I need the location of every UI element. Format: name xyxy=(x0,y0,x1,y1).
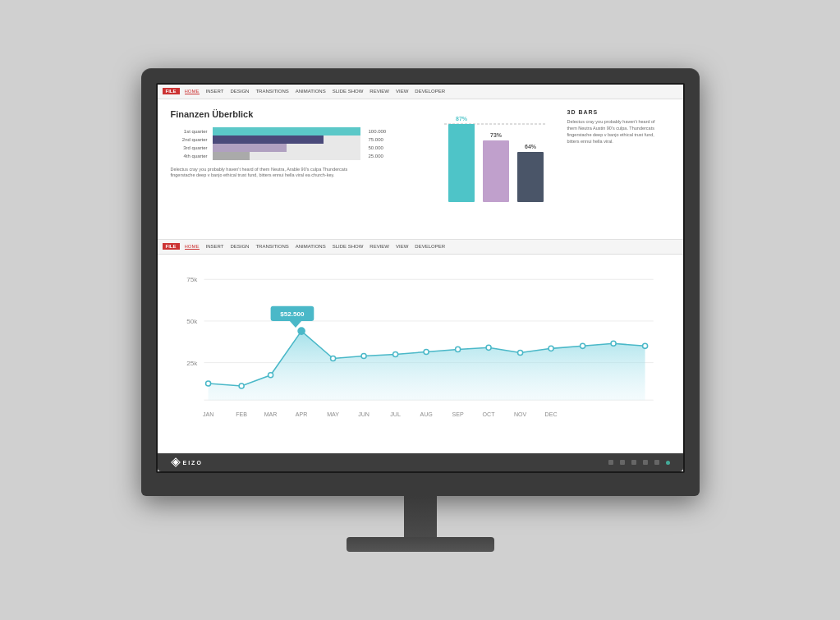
monitor-button-2[interactable] xyxy=(620,460,625,465)
svg-text:AUG: AUG xyxy=(420,411,432,418)
line-chart-svg: 75k 50k 25k xyxy=(171,263,670,438)
svg-point-28 xyxy=(642,343,647,348)
bar-chart: 1st quarter100.0002nd quarter75.0003rd q… xyxy=(171,127,424,160)
monitor-button-1[interactable] xyxy=(608,460,613,465)
bar-label: 3rd quarter xyxy=(171,145,208,150)
bar-label: 4th quarter xyxy=(171,154,208,158)
monitor-base xyxy=(347,537,494,552)
bar-fill xyxy=(213,127,360,135)
bar-label: 2nd quarter xyxy=(171,137,208,142)
svg-text:75k: 75k xyxy=(186,276,198,283)
svg-text:NOV: NOV xyxy=(513,411,526,418)
slide-top: FILE HOME INSERT DESIGN TRANSITIONS ANIM… xyxy=(158,85,683,240)
svg-point-26 xyxy=(580,343,585,348)
toolbar-insert[interactable]: INSERT xyxy=(206,89,224,94)
toolbar-animations[interactable]: ANIMATIONS xyxy=(296,89,326,94)
eizo-logo-icon xyxy=(171,457,181,467)
monitor-button-5[interactable] xyxy=(654,460,659,465)
svg-point-22 xyxy=(455,347,460,351)
svg-text:25k: 25k xyxy=(186,359,198,366)
slide-left: Finanzen Überblick 1st quarter100.0002nd… xyxy=(171,109,424,229)
monitor-controls xyxy=(608,460,670,465)
bar-fill xyxy=(213,135,324,144)
bar-fill xyxy=(213,144,287,152)
3d-bars-svg: 87% 73% 64% xyxy=(440,109,559,216)
svg-text:JAN: JAN xyxy=(202,411,213,418)
svg-point-25 xyxy=(549,346,553,351)
svg-text:OCT: OCT xyxy=(482,411,495,418)
3d-bars-desc: Delectus cray you probably haven't heard… xyxy=(567,118,666,145)
toolbar-transitions[interactable]: TRANSITIONS xyxy=(255,89,288,94)
bar-value: 25.000 xyxy=(369,154,383,158)
file-button[interactable]: FILE xyxy=(163,88,180,94)
slide-title: Finanzen Überblick xyxy=(171,109,424,119)
toolbar-review-2[interactable]: REVIEW xyxy=(370,244,389,250)
svg-point-24 xyxy=(517,350,522,355)
monitor-button-4[interactable] xyxy=(643,460,648,465)
toolbar-developer-2[interactable]: DEVELOPER xyxy=(415,244,445,250)
toolbar-developer[interactable]: DEVELOPER xyxy=(415,89,445,94)
bar-label: 1st quarter xyxy=(171,129,208,134)
bar-value: 75.000 xyxy=(369,137,383,142)
toolbar-home-2[interactable]: HOME xyxy=(185,244,200,250)
bar-row: 4th quarter25.000 xyxy=(171,152,424,160)
svg-point-27 xyxy=(611,341,616,346)
toolbar-home[interactable]: HOME xyxy=(185,89,200,94)
brand-name: EIZO xyxy=(183,460,203,466)
monitor-wrapper: FILE HOME INSERT DESIGN TRANSITIONS ANIM… xyxy=(141,68,700,553)
bar-track xyxy=(213,144,360,152)
svg-point-23 xyxy=(486,345,491,350)
toolbar-view-2[interactable]: VIEW xyxy=(396,244,408,250)
bar-value: 50.000 xyxy=(369,145,383,150)
toolbar-slideshow[interactable]: SLIDE SHOW xyxy=(333,89,364,94)
svg-text:JUL: JUL xyxy=(390,411,401,418)
bar-track xyxy=(213,135,360,144)
svg-point-20 xyxy=(392,351,397,356)
svg-point-18 xyxy=(330,356,335,361)
svg-rect-3 xyxy=(483,140,509,202)
svg-text:SEP: SEP xyxy=(452,411,463,418)
toolbar-review[interactable]: REVIEW xyxy=(370,89,389,94)
monitor-screen: FILE HOME INSERT DESIGN TRANSITIONS ANIM… xyxy=(156,83,685,474)
svg-text:64%: 64% xyxy=(524,144,536,149)
line-chart-area: 75k 50k 25k xyxy=(158,255,683,454)
svg-text:MAR: MAR xyxy=(264,411,277,418)
svg-point-17 xyxy=(298,328,305,334)
svg-point-14 xyxy=(205,380,210,385)
bar-row: 2nd quarter75.000 xyxy=(171,135,424,144)
bar-value: 100.000 xyxy=(369,129,387,134)
svg-point-16 xyxy=(268,372,273,377)
svg-text:$52.500: $52.500 xyxy=(280,310,305,317)
svg-rect-1 xyxy=(448,124,475,202)
svg-text:APR: APR xyxy=(295,411,307,418)
svg-text:DEC: DEC xyxy=(544,411,557,418)
toolbar-insert-2[interactable]: INSERT xyxy=(206,244,224,250)
file-button-2[interactable]: FILE xyxy=(163,243,180,250)
slide-top-content: Finanzen Überblick 1st quarter100.0002nd… xyxy=(158,99,683,239)
monitor-button-3[interactable] xyxy=(631,460,636,465)
3d-bars-chart: 87% 73% 64% xyxy=(440,109,559,216)
svg-rect-5 xyxy=(517,152,544,202)
monitor-led xyxy=(666,461,670,465)
svg-text:JUN: JUN xyxy=(358,411,370,418)
monitor-bottom-bar: EIZO xyxy=(158,453,683,471)
toolbar-slideshow-2[interactable]: SLIDE SHOW xyxy=(333,244,364,250)
toolbar-nav-bottom: HOME INSERT DESIGN TRANSITIONS ANIMATION… xyxy=(185,244,446,250)
svg-text:MAY: MAY xyxy=(327,411,339,418)
toolbar-nav-top: HOME INSERT DESIGN TRANSITIONS ANIMATION… xyxy=(185,89,446,94)
toolbar-transitions-2[interactable]: TRANSITIONS xyxy=(255,244,288,250)
brand-logo: EIZO xyxy=(171,457,203,467)
toolbar-view[interactable]: VIEW xyxy=(396,89,408,94)
bars-info: 3D BARS Delectus cray you probably haven… xyxy=(567,109,666,145)
svg-text:FEB: FEB xyxy=(236,411,247,418)
svg-marker-30 xyxy=(289,321,301,328)
toolbar-design-2[interactable]: DESIGN xyxy=(230,244,249,250)
monitor-neck xyxy=(404,496,437,537)
toolbar-design[interactable]: DESIGN xyxy=(230,89,249,94)
svg-point-15 xyxy=(239,383,244,388)
bar-track xyxy=(213,127,360,135)
slide-bottom-toolbar: FILE HOME INSERT DESIGN TRANSITIONS ANIM… xyxy=(158,240,683,255)
svg-point-19 xyxy=(361,353,366,358)
3d-bars-title: 3D BARS xyxy=(567,109,666,115)
toolbar-animations-2[interactable]: ANIMATIONS xyxy=(296,244,326,250)
